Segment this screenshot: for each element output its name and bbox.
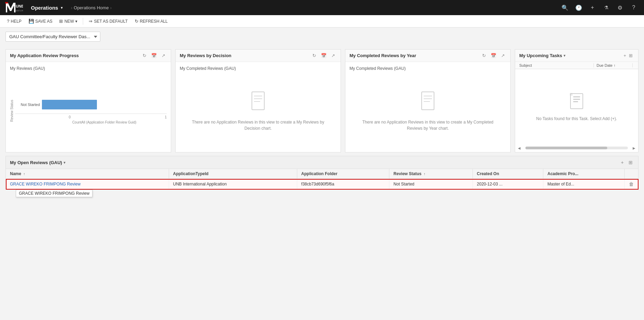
- tasks-scrollbar[interactable]: [525, 147, 628, 149]
- delete-row-button[interactable]: 🗑: [629, 181, 634, 187]
- svg-rect-5: [252, 92, 264, 110]
- clock-icon-button[interactable]: 🕐: [572, 0, 586, 15]
- widget-body-2: My Completed Reviews (GAU) There are no …: [176, 62, 341, 152]
- chart-row-1: Not Started: [15, 100, 167, 109]
- tasks-col-end-divider: [632, 63, 633, 67]
- empty-doc-icon-3: [420, 90, 436, 115]
- expand-widget-3-button[interactable]: ↗: [500, 52, 506, 59]
- col-created-on-label: Created On: [477, 171, 499, 176]
- widget-header-1: My Application Review Progress ↻ 📅 ↗: [6, 50, 171, 62]
- empty-text-3: There are no Application Reviews in this…: [356, 119, 499, 131]
- svg-rect-9: [422, 92, 434, 110]
- section-chevron-icon: ▾: [64, 161, 65, 164]
- widget-title-3: My Completed Reviews by Year: [349, 53, 479, 58]
- cell-delete[interactable]: 🗑: [625, 179, 639, 190]
- refresh-widget-2-button[interactable]: ↻: [311, 52, 318, 59]
- new-button[interactable]: ⊞ NEW ▾: [56, 17, 80, 25]
- col-review-status-label: Review Status: [393, 171, 421, 176]
- refresh-widget-1-button[interactable]: ↻: [141, 52, 148, 59]
- cell-academic-pro: Master of Ed...: [543, 179, 624, 190]
- col-app-folder-label: Application Folder: [301, 171, 337, 176]
- help-label: HELP: [11, 19, 21, 24]
- cell-app-type: UNB International Application: [169, 179, 297, 190]
- tasks-chevron-icon: ▾: [564, 54, 565, 57]
- section-add-button[interactable]: +: [620, 159, 625, 166]
- col-academic-pro[interactable]: Academic Pro...: [543, 169, 624, 179]
- section-header: My Open Reviews (GAU) ▾ + ⊞: [5, 156, 639, 169]
- save-icon: 💾: [29, 19, 34, 24]
- filter-icon-button[interactable]: ⚗: [599, 0, 613, 15]
- svg-text:EST.1785: EST.1785: [16, 10, 23, 12]
- col-name[interactable]: Name ↑: [6, 169, 169, 179]
- logo-area: UNB EST.1785: [3, 0, 24, 15]
- add-task-button[interactable]: +: [622, 52, 628, 59]
- calendar-widget-3-button[interactable]: 📅: [489, 52, 498, 59]
- table-row[interactable]: GRACE WIREKO FRIMPONG Review UNB Interna…: [6, 179, 639, 190]
- empty-doc-icon-2: [250, 90, 266, 115]
- set-default-button[interactable]: ⇒ SET AS DEFAULT: [86, 17, 130, 25]
- section-title-text: My Open Reviews (GAU): [10, 160, 62, 165]
- tasks-col-duedate[interactable]: Due Date ↑: [597, 63, 631, 67]
- cell-name[interactable]: GRACE WIREKO FRIMPONG Review: [6, 179, 169, 190]
- refresh-icon: ↻: [135, 19, 138, 24]
- chart-area-1: Review Status Not Started 0 1 CountAll (…: [10, 74, 167, 148]
- chart-x-label: CountAll (Application Folder Review Guid…: [15, 120, 167, 124]
- col-app-type-label: ApplicationTypeId: [173, 171, 209, 176]
- refresh-all-button[interactable]: ↻ REFRESH ALL: [132, 17, 170, 25]
- empty-state-2: There are no Application Reviews in this…: [180, 74, 336, 148]
- toolbar: ? HELP 💾 SAVE AS ⊞ NEW ▾ ⇒ SET AS DEFAUL…: [0, 15, 644, 28]
- settings-icon-button[interactable]: ⚙: [613, 0, 627, 15]
- tasks-scroll-left-button[interactable]: ◀: [517, 146, 522, 151]
- review-name-link[interactable]: GRACE WIREKO FRIMPONG Review: [10, 182, 80, 186]
- cell-created-on: 2020-12-03 ...: [473, 179, 543, 190]
- col-name-label: Name: [10, 171, 21, 176]
- tasks-scroll-right-button[interactable]: ▶: [631, 146, 637, 151]
- reviews-by-decision-widget: My Reviews by Decision ↻ 📅 ↗ My Complete…: [175, 49, 341, 152]
- empty-text-2: There are no Application Reviews in this…: [187, 119, 330, 131]
- widget-body-3: My Completed Reviews (GAU) There are no …: [345, 62, 510, 152]
- refresh-widget-3-button[interactable]: ↻: [481, 52, 487, 59]
- grid-task-button[interactable]: ⊞: [628, 52, 634, 59]
- table-header-row: Name ↑ ApplicationTypeId Application Fol…: [6, 169, 639, 179]
- set-default-icon: ⇒: [89, 19, 92, 24]
- operations-home-breadcrumb[interactable]: Operations Home: [74, 5, 109, 10]
- chart-y-label: Review Status: [10, 75, 14, 147]
- dashboard-selector[interactable]: GAU Committee/Faculty Reviewer Das...: [5, 32, 100, 42]
- refresh-label: REFRESH ALL: [140, 19, 168, 24]
- top-nav: UNB EST.1785 Operations ▾ › Operations H…: [0, 0, 644, 15]
- tasks-duedate-label: Due Date: [597, 63, 612, 67]
- col-created-on[interactable]: Created On: [473, 169, 543, 179]
- add-icon-button[interactable]: +: [586, 0, 599, 15]
- tasks-empty-state: No Tasks found for this Task. Select Add…: [515, 69, 638, 144]
- widget-body-1: My Reviews (GAU) Review Status Not Start…: [6, 62, 171, 152]
- table-header: Name ↑ ApplicationTypeId Application Fol…: [6, 169, 639, 179]
- widget-title-1: My Application Review Progress: [10, 53, 139, 58]
- row-tooltip: GRACE WIREKO FRIMPONG Review: [16, 190, 92, 197]
- chart-inner: Not Started 0 1 CountAll (Application Fo…: [15, 75, 167, 147]
- tasks-title: My Upcoming Tasks ▾: [519, 53, 622, 58]
- section-grid-button[interactable]: ⊞: [627, 159, 634, 166]
- status-badge: Not Started: [393, 182, 414, 186]
- dashboard-selector-row: GAU Committee/Faculty Reviewer Das...: [0, 28, 644, 46]
- col-app-folder[interactable]: Application Folder: [297, 169, 389, 179]
- new-chevron-icon: ▾: [75, 19, 77, 24]
- expand-widget-2-button[interactable]: ↗: [330, 52, 336, 59]
- help-icon: ?: [7, 19, 9, 24]
- col-app-type[interactable]: ApplicationTypeId: [169, 169, 297, 179]
- save-as-button[interactable]: 💾 SAVE AS: [26, 17, 55, 25]
- tasks-scroll-area: ◀ ▶: [515, 144, 638, 152]
- new-icon: ⊞: [59, 19, 63, 24]
- help-icon-button[interactable]: ?: [627, 0, 641, 15]
- tasks-title-text: My Upcoming Tasks: [519, 53, 562, 58]
- svg-rect-14: [573, 96, 580, 97]
- help-button[interactable]: ? HELP: [4, 17, 24, 25]
- calendar-widget-2-button[interactable]: 📅: [320, 52, 328, 59]
- new-label: NEW: [64, 19, 74, 24]
- operations-nav-button[interactable]: Operations ▾: [27, 0, 67, 15]
- widget-subtitle-2: My Completed Reviews (GAU): [180, 66, 236, 71]
- tasks-empty-icon: [569, 92, 584, 114]
- expand-widget-1-button[interactable]: ↗: [160, 52, 167, 59]
- calendar-widget-1-button[interactable]: 📅: [150, 52, 158, 59]
- search-icon-button[interactable]: 🔍: [558, 0, 572, 15]
- col-review-status[interactable]: Review Status ↑: [389, 169, 473, 179]
